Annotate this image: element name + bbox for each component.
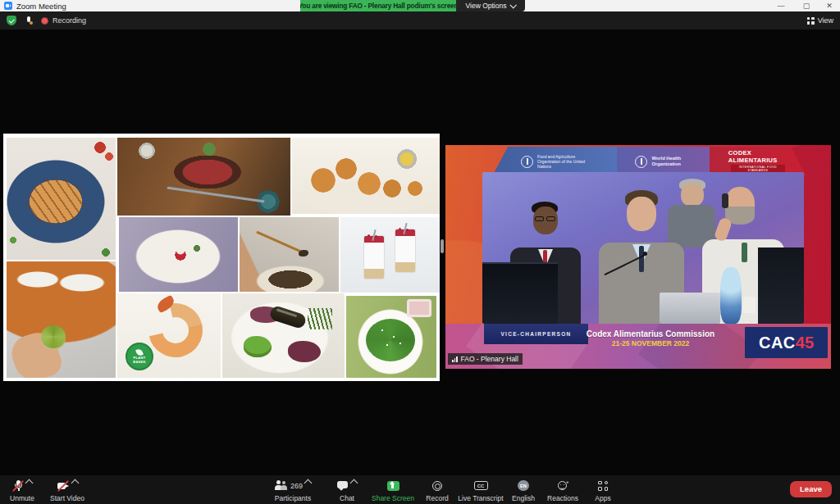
start-video-button[interactable]: Start Video: [43, 475, 91, 504]
start-video-label: Start Video: [50, 494, 84, 502]
dark-tie: [639, 246, 644, 272]
glass-sculpture: [720, 267, 742, 324]
cac45-logo: CAC 45: [745, 327, 828, 358]
close-button[interactable]: ✕: [820, 0, 838, 11]
monitor-left: [482, 262, 558, 324]
lanyard: [742, 243, 747, 262]
food-photo-sliced-steak: [117, 138, 290, 216]
unmute-button[interactable]: Unmute: [2, 475, 42, 504]
hand-on-chin: [714, 216, 733, 242]
white-cup: [743, 297, 756, 313]
leave-button[interactable]: Leave: [790, 481, 832, 497]
view-options-label: View Options: [466, 2, 507, 10]
parfait-glass: [363, 235, 385, 279]
apps-button[interactable]: Apps: [587, 475, 619, 504]
glasses-icon: [535, 216, 544, 221]
reactions-button[interactable]: + Reactions: [543, 475, 582, 504]
reactions-smiley-icon: +: [558, 480, 568, 491]
podium-photo: [482, 172, 804, 324]
layout-grid-icon: [807, 17, 815, 25]
sharing-banner: You are viewing FAO - Plenary Hall podiu…: [300, 0, 456, 11]
cac-number: 45: [796, 334, 814, 352]
participants-icon: [275, 480, 288, 491]
food-photo-seaweed-salad: [346, 296, 436, 378]
fao-logo-text: Food and Agriculture Organization of the…: [537, 154, 588, 170]
meeting-header: Recording View: [0, 11, 840, 30]
seaweed-salad-bowl: [366, 319, 415, 361]
who-logo-icon: [635, 156, 647, 168]
toolbar: Unmute Start Video 269 Participants: [0, 475, 840, 504]
participants-count: 269: [290, 482, 303, 490]
screen-share-panel: PLANT BASED: [3, 134, 440, 381]
zoom-meeting-window: Zoom Meeting You are viewing FAO - Plena…: [0, 0, 840, 504]
record-button[interactable]: Record: [421, 475, 454, 504]
view-options-button[interactable]: View Options: [456, 0, 525, 11]
unmute-label: Unmute: [10, 494, 34, 502]
signal-bars-icon: [452, 356, 458, 362]
chat-button[interactable]: Chat: [328, 475, 366, 504]
food-photo-matcha-pastry: [7, 261, 116, 378]
participants-button[interactable]: 269 Participants: [267, 475, 318, 504]
speaker-head: [627, 197, 656, 231]
kelp-bottle: [268, 305, 307, 330]
maximize-button[interactable]: ▢: [797, 0, 815, 11]
monitor-right: [758, 247, 804, 324]
record-icon: [432, 481, 442, 491]
event-title: Codex Alimentarius Commission: [568, 329, 733, 338]
food-photo-grilled-chicken: [7, 138, 116, 260]
recording-indicator[interactable]: Recording: [41, 16, 86, 25]
green-seaweed: [244, 336, 272, 357]
chat-label: Chat: [340, 494, 354, 502]
recording-label: Recording: [52, 16, 86, 25]
share-screen-button[interactable]: Share Screen: [368, 475, 418, 504]
event-caption: Codex Alimentarius Commission 21-25 NOVE…: [568, 329, 733, 347]
microphone-muted-icon: [12, 480, 24, 492]
participant-name-tag: FAO - Plenary Hall: [448, 353, 523, 365]
share-screen-icon: [387, 481, 399, 491]
event-dates: 21-25 NOVEMBER 2022: [568, 339, 733, 347]
food-photo-fried-nuggets: [292, 138, 440, 214]
security-shield-icon[interactable]: [7, 16, 16, 25]
english-label: English: [512, 494, 535, 502]
red-seaweed: [288, 341, 321, 362]
english-language-icon: EN: [518, 480, 529, 492]
food-photo-plated-dessert: [119, 217, 238, 292]
view-layout-button[interactable]: View: [807, 14, 833, 27]
glasses-icon: [546, 216, 555, 221]
share-screen-label: Share Screen: [372, 494, 414, 502]
minimize-button[interactable]: —: [772, 0, 790, 11]
reactions-label: Reactions: [547, 494, 578, 502]
view-label: View: [818, 16, 833, 25]
live-transcript-button[interactable]: CC Live Transcript: [454, 475, 507, 504]
recording-dot-icon: [41, 17, 48, 25]
audio-status-icon[interactable]: [24, 16, 34, 25]
food-photo-seaweed-varieties: [222, 293, 345, 378]
plant-based-badge-text: PLANT BASED: [130, 356, 149, 364]
headset-earcup: [722, 193, 728, 208]
cac-letters: CAC: [759, 334, 796, 352]
matcha-rosette: [41, 325, 66, 348]
seaweed-strips: [308, 308, 332, 329]
parfait-glass: [395, 229, 416, 273]
participants-options-chevron[interactable]: [304, 479, 313, 488]
video-options-chevron[interactable]: [71, 479, 80, 488]
chevron-down-icon: [510, 2, 517, 8]
chat-bubble-icon: [337, 481, 349, 491]
audio-options-chevron[interactable]: [25, 479, 34, 488]
chat-options-chevron[interactable]: [350, 479, 358, 488]
live-transcript-label: Live Transcript: [458, 494, 503, 502]
who-logo-text: World Health Organization: [651, 156, 691, 167]
fao-logo-icon: [521, 156, 533, 168]
apps-label: Apps: [595, 494, 610, 502]
laptop: [660, 293, 720, 324]
title-bar: Zoom Meeting You are viewing FAO - Plena…: [0, 0, 840, 11]
interpretation-button[interactable]: EN English: [507, 475, 540, 504]
camera-off-icon: [57, 480, 70, 491]
food-photo-plant-based-shrimp: PLANT BASED: [117, 293, 221, 378]
codex-logo-title: CODEX ALIMENTARIUS: [728, 150, 788, 163]
zoom-app-icon: [4, 2, 12, 10]
microphone-head: [643, 252, 647, 256]
window-title: Zoom Meeting: [16, 2, 66, 11]
apps-icon: [598, 481, 608, 491]
panel-resize-handle[interactable]: [441, 239, 444, 253]
